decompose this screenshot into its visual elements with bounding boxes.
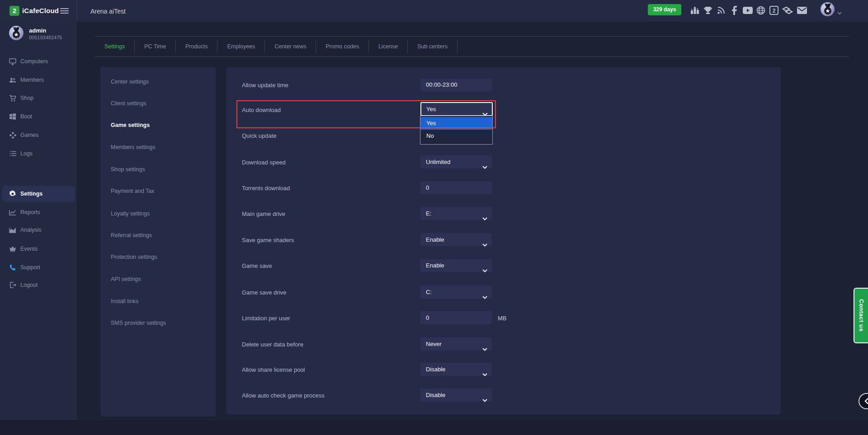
nav-protection-settings[interactable]: Protection settings xyxy=(111,254,157,260)
game-settings-form: Allow update time 00:00-23:00 Auto downl… xyxy=(226,67,781,415)
field-label: Allow auto check game process xyxy=(242,392,325,399)
area-chart-icon xyxy=(9,226,16,234)
nav-center-settings[interactable]: Center settings xyxy=(111,79,149,85)
allow-update-time-input[interactable]: 00:00-23:00 xyxy=(420,78,492,91)
svg-text:2: 2 xyxy=(773,8,776,14)
select-value: Unlimited xyxy=(426,159,450,165)
sidebar-item-members[interactable]: Members xyxy=(0,72,77,88)
nav-client-settings[interactable]: Client settings xyxy=(111,100,146,107)
chevron-down-icon xyxy=(482,290,487,304)
trophy-icon[interactable] xyxy=(702,5,714,16)
torrents-download-input[interactable]: 0 xyxy=(420,181,492,194)
download-speed-select[interactable]: Unlimited xyxy=(420,155,492,168)
sidebar-item-events[interactable]: Events xyxy=(0,241,77,257)
sidebar-item-reports[interactable]: Reports xyxy=(0,204,77,220)
gear-icon xyxy=(9,190,16,197)
cart-icon xyxy=(9,94,16,102)
sidebar-item-label: Logout xyxy=(20,282,38,288)
game-save-select[interactable]: Enable xyxy=(420,259,492,272)
windows-icon xyxy=(9,113,16,120)
auto-download-dropdown: Yes No xyxy=(420,116,493,145)
avatar[interactable] xyxy=(821,2,835,16)
contact-us-tab[interactable]: Contact us xyxy=(854,288,868,343)
tab-products[interactable]: Products xyxy=(176,43,217,50)
limitation-per-user-input[interactable]: 0 xyxy=(420,311,492,324)
user-name: admin xyxy=(29,27,46,34)
facebook-icon[interactable] xyxy=(729,5,741,16)
main-game-drive-select[interactable]: E: xyxy=(420,207,492,220)
chevron-down-icon[interactable] xyxy=(837,9,842,17)
nav-loyalty-settings[interactable]: Loyalty settings xyxy=(111,210,150,217)
tab-divider xyxy=(457,40,458,53)
sidebar-item-logs[interactable]: Logs xyxy=(0,145,77,162)
line-chart-icon xyxy=(9,209,16,216)
dropdown-option-no[interactable]: No xyxy=(420,130,492,142)
logout-icon xyxy=(9,281,16,289)
chevron-down-icon xyxy=(482,160,487,173)
sidebar-item-shop[interactable]: Shop xyxy=(0,90,77,106)
sidebar-item-label: Analysis xyxy=(20,227,42,233)
settings-nav-panel: Center settings Client settings Game set… xyxy=(100,67,216,416)
select-value: Disable xyxy=(426,366,445,373)
nav-shop-settings[interactable]: Shop settings xyxy=(111,166,145,173)
tab-sub-centers[interactable]: Sub centers xyxy=(408,43,457,50)
topbar-brand-section: 2 iCafeCloud xyxy=(0,0,77,22)
sidebar-item-computers[interactable]: Computers xyxy=(0,53,77,70)
field-label: Delete user data before xyxy=(242,341,303,348)
allow-share-license-pool-select[interactable]: Disable xyxy=(420,363,492,376)
unit-label: MB xyxy=(498,315,507,322)
chevron-down-icon xyxy=(482,264,487,277)
icafecloud-icon[interactable]: 2 xyxy=(768,5,780,16)
footer-band xyxy=(0,420,868,435)
sidebar-item-label: Settings xyxy=(20,191,42,197)
tab-settings[interactable]: Settings xyxy=(95,43,134,50)
sidebar-item-support[interactable]: Support xyxy=(0,259,77,276)
nav-api-settings[interactable]: API settings xyxy=(111,276,141,282)
select-value: E: xyxy=(426,210,431,217)
sidebar-item-settings[interactable]: Settings xyxy=(2,186,75,202)
nav-game-settings[interactable]: Game settings xyxy=(111,122,150,128)
sidebar-item-label: Events xyxy=(20,246,38,252)
page-title: Arena aiTest xyxy=(90,8,126,15)
sidebar-item-games[interactable]: Games xyxy=(0,127,77,143)
nav-members-settings[interactable]: Members settings xyxy=(111,144,156,150)
tab-center-news[interactable]: Center news xyxy=(265,43,316,50)
tab-license[interactable]: License xyxy=(369,43,407,50)
game-save-drive-select[interactable]: C: xyxy=(420,285,492,299)
nav-install-links[interactable]: Install links xyxy=(111,298,138,304)
sidebar-avatar[interactable] xyxy=(9,26,24,40)
chevron-left-icon xyxy=(864,398,868,404)
select-value: Enable xyxy=(426,236,444,243)
sidebar-item-logout[interactable]: Logout xyxy=(0,277,77,293)
phone-icon xyxy=(9,264,16,271)
field-label: Auto download xyxy=(242,107,281,113)
sidebar-item-boot[interactable]: Boot xyxy=(0,108,77,125)
members-icon xyxy=(9,76,16,84)
tab-pc-time[interactable]: PC Time xyxy=(135,43,175,50)
sidebar-item-label: Members xyxy=(20,77,44,83)
nav-referral-settings[interactable]: Referral settings xyxy=(111,232,152,239)
globe-icon[interactable] xyxy=(755,5,767,16)
layers-icon[interactable] xyxy=(782,5,793,16)
allow-auto-check-game-process-select[interactable]: Disable xyxy=(420,388,492,402)
ranking-podium-icon[interactable] xyxy=(689,5,701,16)
tab-promo-codes[interactable]: Promo codes xyxy=(316,43,368,50)
sidebar-item-analysis[interactable]: Analysis xyxy=(0,222,77,238)
youtube-icon[interactable] xyxy=(742,5,754,16)
save-game-shaders-select[interactable]: Enable xyxy=(420,233,492,246)
dropdown-option-yes[interactable]: Yes xyxy=(420,117,492,130)
nav-sms-provider-settings[interactable]: SMS provider settings xyxy=(111,320,166,326)
tab-employees[interactable]: Employees xyxy=(217,43,264,50)
field-label: Game save drive xyxy=(242,289,286,296)
nav-payment-and-tax[interactable]: Payment and Tax xyxy=(111,188,154,194)
delete-user-data-before-select[interactable]: Never xyxy=(420,337,492,351)
license-days-badge[interactable]: 329 days xyxy=(648,4,681,15)
auto-download-select[interactable]: Yes xyxy=(420,102,493,116)
chevron-down-icon xyxy=(482,212,487,225)
field-label: Quick update xyxy=(242,132,277,139)
sidebar-item-label: Reports xyxy=(20,209,40,215)
mail-icon[interactable] xyxy=(796,5,808,16)
rss-icon[interactable] xyxy=(715,5,727,16)
list-icon xyxy=(9,150,16,157)
hamburger-menu-icon[interactable] xyxy=(60,8,69,14)
